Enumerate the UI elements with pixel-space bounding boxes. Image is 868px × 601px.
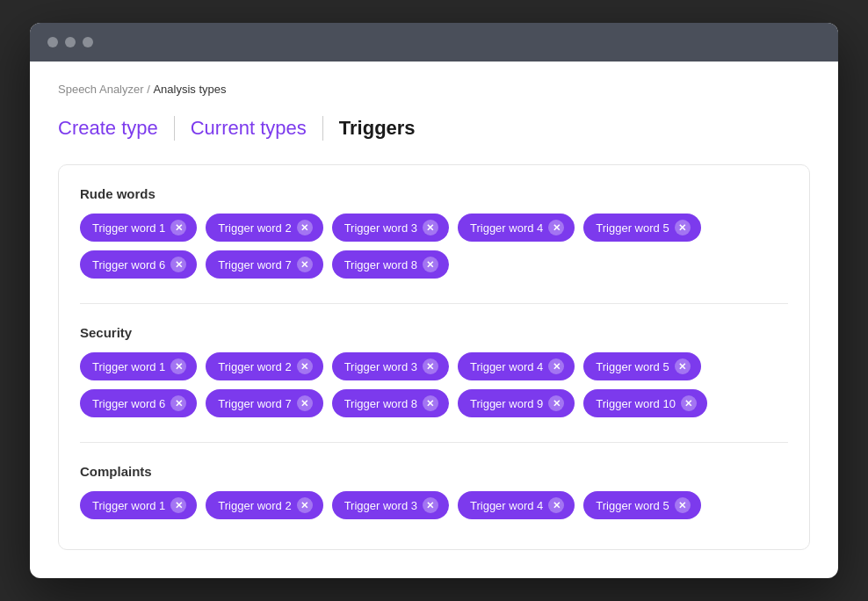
window-dot-1	[47, 37, 58, 47]
section-title-complaints: Complaints	[80, 464, 788, 479]
close-icon[interactable]: ✕	[548, 497, 564, 513]
close-icon[interactable]: ✕	[170, 220, 186, 235]
list-item[interactable]: Trigger word 6✕	[80, 250, 197, 279]
list-item[interactable]: Trigger word 10✕	[583, 389, 707, 417]
tab-create-type[interactable]: Create type	[58, 113, 158, 143]
list-item[interactable]: Trigger word 1✕	[80, 352, 197, 380]
list-item[interactable]: Trigger word 5✕	[583, 352, 700, 380]
tab-triggers[interactable]: Triggers	[339, 113, 416, 143]
list-item[interactable]: Trigger word 5✕	[583, 214, 700, 242]
list-item[interactable]: Trigger word 1✕	[80, 491, 197, 519]
close-icon[interactable]: ✕	[548, 220, 564, 235]
close-icon[interactable]: ✕	[297, 257, 313, 272]
list-item[interactable]: Trigger word 2✕	[206, 214, 322, 242]
close-icon[interactable]: ✕	[548, 395, 564, 411]
breadcrumb-current: Analysis types	[153, 83, 226, 96]
triggers-panel: Rude words Trigger word 1✕ Trigger word …	[58, 164, 810, 550]
list-item[interactable]: Trigger word 3✕	[332, 352, 449, 380]
list-item[interactable]: Trigger word 5✕	[583, 491, 700, 519]
close-icon[interactable]: ✕	[297, 395, 313, 411]
tags-row-security-1: Trigger word 1✕ Trigger word 2✕ Trigger …	[80, 352, 788, 380]
close-icon[interactable]: ✕	[675, 497, 691, 513]
close-icon[interactable]: ✕	[423, 395, 438, 411]
list-item[interactable]: Trigger word 8✕	[332, 389, 449, 417]
close-icon[interactable]: ✕	[423, 257, 438, 272]
close-icon[interactable]: ✕	[675, 220, 691, 235]
divider-2	[80, 442, 788, 443]
titlebar	[30, 23, 838, 62]
list-item[interactable]: Trigger word 4✕	[458, 214, 575, 242]
close-icon[interactable]: ✕	[170, 358, 186, 374]
section-complaints: Complaints Trigger word 1✕ Trigger word …	[80, 464, 788, 519]
tags-row-rude-words-1: Trigger word 1✕ Trigger word 2✕ Trigger …	[80, 214, 788, 242]
breadcrumb: Speech Analyzer / Analysis types	[58, 83, 810, 96]
app-window: Speech Analyzer / Analysis types Create …	[30, 23, 838, 578]
list-item[interactable]: Trigger word 7✕	[206, 250, 322, 279]
tab-divider-1	[174, 116, 175, 141]
list-item[interactable]: Trigger word 1✕	[80, 214, 197, 242]
close-icon[interactable]: ✕	[297, 497, 313, 513]
tab-divider-2	[322, 116, 323, 141]
close-icon[interactable]: ✕	[423, 497, 438, 513]
list-item[interactable]: Trigger word 3✕	[332, 491, 449, 519]
close-icon[interactable]: ✕	[675, 358, 691, 374]
window-dot-3	[83, 37, 93, 47]
section-security: Security Trigger word 1✕ Trigger word 2✕…	[80, 325, 788, 417]
divider-1	[80, 303, 788, 304]
list-item[interactable]: Trigger word 9✕	[458, 389, 575, 417]
list-item[interactable]: Trigger word 8✕	[332, 250, 449, 279]
window-dot-2	[65, 37, 76, 47]
tab-bar: Create type Current types Triggers	[58, 113, 810, 143]
list-item[interactable]: Trigger word 7✕	[206, 389, 322, 417]
close-icon[interactable]: ✕	[681, 395, 697, 411]
section-rude-words: Rude words Trigger word 1✕ Trigger word …	[80, 186, 788, 279]
close-icon[interactable]: ✕	[548, 358, 564, 374]
list-item[interactable]: Trigger word 2✕	[206, 491, 322, 519]
tags-row-complaints-1: Trigger word 1✕ Trigger word 2✕ Trigger …	[80, 491, 788, 519]
close-icon[interactable]: ✕	[170, 395, 186, 411]
list-item[interactable]: Trigger word 2✕	[206, 352, 322, 380]
close-icon[interactable]: ✕	[297, 358, 313, 374]
list-item[interactable]: Trigger word 4✕	[458, 491, 575, 519]
close-icon[interactable]: ✕	[423, 358, 438, 374]
close-icon[interactable]: ✕	[170, 497, 186, 513]
close-icon[interactable]: ✕	[297, 220, 313, 235]
close-icon[interactable]: ✕	[170, 257, 186, 272]
list-item[interactable]: Trigger word 6✕	[80, 389, 197, 417]
section-title-rude-words: Rude words	[80, 186, 788, 201]
tab-current-types[interactable]: Current types	[191, 113, 307, 143]
list-item[interactable]: Trigger word 4✕	[458, 352, 575, 380]
section-title-security: Security	[80, 325, 788, 340]
close-icon[interactable]: ✕	[423, 220, 438, 235]
list-item[interactable]: Trigger word 3✕	[332, 214, 449, 242]
main-content: Speech Analyzer / Analysis types Create …	[30, 62, 838, 578]
tags-row-rude-words-2: Trigger word 6✕ Trigger word 7✕ Trigger …	[80, 250, 788, 279]
tags-row-security-2: Trigger word 6✕ Trigger word 7✕ Trigger …	[80, 389, 788, 417]
